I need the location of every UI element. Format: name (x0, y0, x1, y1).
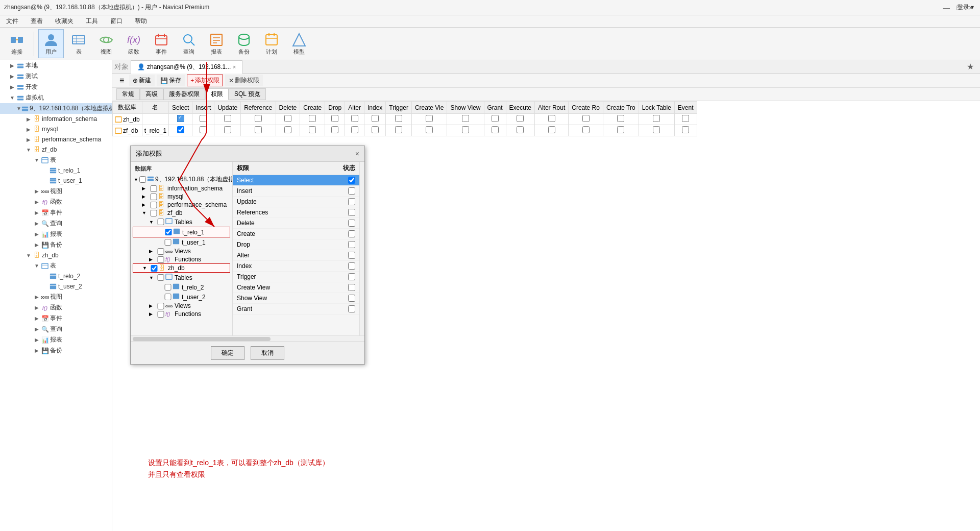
perm-cb-select[interactable] (348, 177, 355, 184)
sidebar-item-t-user-1[interactable]: t_user_1 (0, 176, 112, 186)
delete-permission-button[interactable]: ✕ 删除权限 (225, 75, 263, 86)
tree-zh-views-checkbox[interactable] (157, 303, 164, 309)
add-permission-button[interactable]: + 添加权限 (187, 75, 223, 86)
sidebar-item-192[interactable]: ▼ 9、192.168.10.88（本地虚拟机） (0, 103, 112, 114)
sidebar-item-dev[interactable]: ▶ 开发 (0, 82, 112, 92)
row1-show-view[interactable] (447, 114, 484, 125)
row2-reference[interactable] (241, 125, 276, 136)
tree-mysql-checkbox[interactable] (150, 194, 157, 200)
confirm-button[interactable]: 确定 (211, 346, 244, 360)
dialog-close-button[interactable]: × (355, 150, 359, 158)
tree-perf-schema[interactable]: ▶ 🗄 performance_schema (133, 201, 230, 209)
row1-create-ro[interactable] (569, 114, 603, 125)
tree-zh-tables-checkbox[interactable] (157, 274, 164, 281)
perm-item-create-view[interactable]: Create View (233, 282, 359, 293)
sidebar-item-zf-queries[interactable]: ▶ 🔍 查询 (0, 218, 112, 229)
menu-tools[interactable]: 工具 (84, 16, 100, 27)
row2-select[interactable] (169, 125, 192, 136)
sidebar-item-zh-events[interactable]: ▶ 📅 事件 (0, 313, 112, 324)
perm-cb-alter[interactable] (348, 252, 355, 259)
perm-item-update[interactable]: Update (233, 197, 359, 207)
sidebar-item-zf-tables[interactable]: ▼ 表 (0, 155, 112, 165)
tree-zf-db[interactable]: ▼ 🗄 zf_db (133, 209, 230, 217)
sidebar-item-mysql[interactable]: ▶ 🗄 mysql (0, 124, 112, 134)
tab-zhangsan[interactable]: 👤 zhangsan@% (9、192.168.1... × (131, 60, 242, 74)
tree-zh-db[interactable]: ▼ 🗄 zh_db (133, 263, 230, 273)
tree-t-relo-2[interactable]: t_relo_2 (133, 282, 230, 292)
row1-lock-table[interactable] (639, 114, 674, 125)
perm-item-grant[interactable]: Grant (233, 304, 359, 315)
sidebar-item-perf-schema[interactable]: ▶ 🗄 performance_schema (0, 134, 112, 144)
menu-favorites[interactable]: 收藏夹 (53, 16, 76, 27)
perm-cb-update[interactable] (348, 198, 355, 205)
row2-create-view[interactable] (411, 125, 447, 136)
row2-update[interactable] (214, 125, 241, 136)
sidebar-item-t-relo-1[interactable]: t_relo_1 (0, 165, 112, 176)
perm-item-drop[interactable]: Drop (233, 239, 359, 250)
sidebar-item-zh-backup[interactable]: ▶ 💾 备份 (0, 345, 112, 356)
row1-grant[interactable] (484, 114, 506, 125)
tree-zf-funcs[interactable]: ▶ f() Functions (133, 255, 230, 263)
tree-zf-funcs-checkbox[interactable] (157, 256, 164, 263)
toolbar-user[interactable]: 用户 (38, 29, 64, 58)
perm-cb-insert[interactable] (348, 187, 355, 195)
row1-event[interactable] (674, 114, 697, 125)
perm-item-show-view[interactable]: Show View (233, 293, 359, 304)
row1-alter-rout[interactable] (534, 114, 568, 125)
sidebar-item-local[interactable]: ▶ 本地 (0, 60, 112, 71)
toolbar-connect[interactable]: 连接 (4, 29, 30, 58)
tree-zf-tables-checkbox[interactable] (157, 219, 164, 225)
perm-cb-delete[interactable] (348, 220, 355, 227)
tree-mysql[interactable]: ▶ 🗄 mysql (133, 192, 230, 201)
tab-general[interactable]: 常规 (116, 88, 140, 100)
login-button[interactable]: 登录 ▾ (955, 2, 976, 13)
tree-zf-views[interactable]: ▶ ∞∞ Views (133, 247, 230, 255)
sidebar-item-zf-backup[interactable]: ▶ 💾 备份 (0, 239, 112, 250)
tree-t-relo-1-checkbox[interactable] (165, 229, 172, 235)
perm-cb-grant[interactable] (348, 305, 355, 312)
sidebar-item-zf-funcs[interactable]: ▶ f() 函数 (0, 197, 112, 207)
perm-cb-create[interactable] (348, 230, 355, 237)
tree-info-checkbox[interactable] (150, 185, 157, 192)
tab-close-icon[interactable]: × (233, 64, 236, 70)
h-scrollbar-thumb[interactable] (133, 337, 271, 341)
tree-zh-funcs-checkbox[interactable] (157, 311, 164, 318)
row1-create-tr[interactable] (603, 114, 639, 125)
toolbar-query[interactable]: 查询 (176, 29, 202, 58)
perm-item-alter[interactable]: Alter (233, 250, 359, 261)
sidebar-item-zh-reports[interactable]: ▶ 📊 报表 (0, 334, 112, 345)
minimize-button[interactable]: — (941, 3, 951, 13)
row1-index[interactable] (364, 114, 385, 125)
row1-update[interactable] (214, 114, 241, 125)
scrollbar[interactable] (359, 162, 364, 335)
perm-cb-create-view[interactable] (348, 284, 355, 291)
tree-zh-tables[interactable]: ▼ Tables (133, 273, 230, 282)
perm-item-insert[interactable]: Insert (233, 186, 359, 197)
sidebar-item-zf-events[interactable]: ▶ 📅 事件 (0, 207, 112, 218)
perm-item-index[interactable]: Index (233, 261, 359, 272)
row2-alter[interactable] (345, 125, 364, 136)
row1-execute[interactable] (506, 114, 534, 125)
row1-drop[interactable] (325, 114, 345, 125)
perm-item-select[interactable]: Select (233, 175, 359, 186)
tree-t-user-2[interactable]: t_user_2 (133, 292, 230, 302)
row2-insert[interactable] (192, 125, 214, 136)
sidebar-item-info-schema[interactable]: ▶ 🗄 information_schema (0, 114, 112, 124)
sidebar-item-zh-funcs[interactable]: ▶ f() 函数 (0, 302, 112, 313)
row2-event[interactable] (674, 125, 697, 136)
sidebar-item-zf-views[interactable]: ▶ ∞∞ 视图 (0, 186, 112, 197)
sidebar-item-t-relo-2[interactable]: t_relo_2 (0, 271, 112, 281)
perm-cb-index[interactable] (348, 262, 355, 270)
tab-server-perm[interactable]: 服务器权限 (163, 88, 205, 100)
save-button[interactable]: 💾 保存 (157, 75, 185, 86)
sidebar-item-zh-db[interactable]: ▼ 🗄 zh_db (0, 250, 112, 260)
row2-create[interactable] (300, 125, 325, 136)
tree-zf-checkbox[interactable] (150, 210, 157, 216)
menu-view[interactable]: 查看 (29, 16, 45, 27)
horizontal-scrollbar[interactable] (131, 335, 364, 342)
tree-t-user-1[interactable]: t_user_1 (133, 237, 230, 247)
row1-select[interactable] (169, 114, 192, 125)
tree-t-user-2-checkbox[interactable] (164, 294, 172, 300)
perm-cb-drop[interactable] (348, 241, 355, 248)
toolbar-func[interactable]: f(x) 函数 (121, 29, 146, 58)
